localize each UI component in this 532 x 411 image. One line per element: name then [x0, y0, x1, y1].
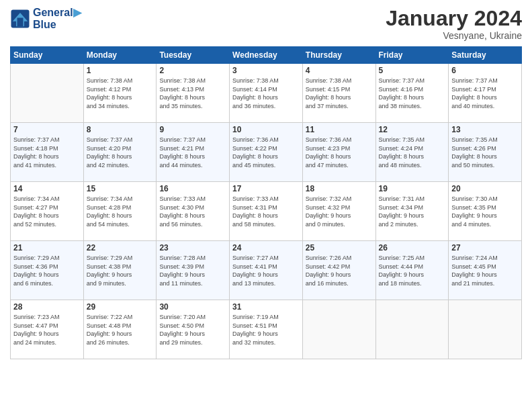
day-cell: 24Sunrise: 7:27 AMSunset: 4:41 PMDayligh… [230, 241, 303, 300]
day-info: Sunrise: 7:30 AMSunset: 4:35 PMDaylight:… [451, 195, 519, 228]
day-cell: 13Sunrise: 7:35 AMSunset: 4:26 PMDayligh… [449, 123, 522, 182]
week-row-1: 1Sunrise: 7:38 AMSunset: 4:12 PMDaylight… [11, 64, 522, 123]
day-info: Sunrise: 7:23 AMSunset: 4:47 PMDaylight:… [13, 313, 81, 347]
day-cell: 28Sunrise: 7:23 AMSunset: 4:47 PMDayligh… [11, 300, 84, 359]
day-number: 10 [232, 125, 300, 134]
title-block: January 2024 Vesnyane, Ukraine [386, 7, 522, 41]
day-info: Sunrise: 7:22 AMSunset: 4:48 PMDaylight:… [87, 313, 154, 347]
day-cell: 17Sunrise: 7:33 AMSunset: 4:31 PMDayligh… [230, 182, 303, 241]
day-number: 8 [87, 125, 154, 134]
day-number: 23 [159, 243, 226, 253]
calendar-container: General▶ Blue January 2024 Vesnyane, Ukr… [0, 0, 532, 366]
week-row-2: 7Sunrise: 7:37 AMSunset: 4:18 PMDaylight… [11, 123, 522, 182]
day-cell: 22Sunrise: 7:29 AMSunset: 4:38 PMDayligh… [83, 241, 157, 300]
day-cell: 18Sunrise: 7:32 AMSunset: 4:32 PMDayligh… [302, 182, 375, 241]
day-info: Sunrise: 7:33 AMSunset: 4:31 PMDaylight:… [232, 195, 300, 228]
day-number: 4 [306, 66, 373, 75]
day-number: 15 [87, 184, 154, 193]
day-info: Sunrise: 7:25 AMSunset: 4:44 PMDaylight:… [379, 254, 446, 287]
day-cell: 31Sunrise: 7:19 AMSunset: 4:51 PMDayligh… [230, 300, 303, 359]
day-cell: 8Sunrise: 7:37 AMSunset: 4:20 PMDaylight… [83, 123, 157, 182]
day-info: Sunrise: 7:38 AMSunset: 4:13 PMDaylight:… [159, 77, 226, 110]
day-cell [11, 64, 84, 123]
day-number: 22 [87, 243, 154, 253]
day-cell: 5Sunrise: 7:37 AMSunset: 4:16 PMDaylight… [375, 64, 449, 123]
day-info: Sunrise: 7:27 AMSunset: 4:41 PMDaylight:… [232, 254, 300, 287]
day-number: 9 [159, 125, 226, 134]
day-number: 12 [379, 125, 446, 134]
day-number: 5 [379, 66, 446, 75]
day-number: 26 [379, 243, 446, 253]
day-number: 21 [13, 243, 81, 253]
day-cell: 20Sunrise: 7:30 AMSunset: 4:35 PMDayligh… [449, 182, 522, 241]
day-info: Sunrise: 7:29 AMSunset: 4:36 PMDaylight:… [13, 254, 81, 287]
day-cell: 26Sunrise: 7:25 AMSunset: 4:44 PMDayligh… [375, 241, 449, 300]
day-number: 20 [451, 184, 519, 193]
day-info: Sunrise: 7:35 AMSunset: 4:26 PMDaylight:… [451, 136, 519, 169]
day-cell: 29Sunrise: 7:22 AMSunset: 4:48 PMDayligh… [83, 300, 157, 359]
day-number: 31 [232, 302, 300, 312]
day-number: 1 [87, 66, 154, 75]
header: General▶ Blue January 2024 Vesnyane, Ukr… [10, 7, 522, 41]
day-cell: 19Sunrise: 7:31 AMSunset: 4:34 PMDayligh… [375, 182, 449, 241]
day-cell: 12Sunrise: 7:35 AMSunset: 4:24 PMDayligh… [375, 123, 449, 182]
week-row-3: 14Sunrise: 7:34 AMSunset: 4:27 PMDayligh… [11, 182, 522, 241]
col-thursday: Thursday [302, 47, 375, 64]
col-friday: Friday [375, 47, 449, 64]
day-info: Sunrise: 7:38 AMSunset: 4:12 PMDaylight:… [87, 77, 154, 110]
day-info: Sunrise: 7:38 AMSunset: 4:15 PMDaylight:… [306, 77, 373, 110]
day-cell: 16Sunrise: 7:33 AMSunset: 4:30 PMDayligh… [157, 182, 230, 241]
day-cell: 23Sunrise: 7:28 AMSunset: 4:39 PMDayligh… [157, 241, 230, 300]
day-number: 14 [13, 184, 81, 193]
day-cell: 10Sunrise: 7:36 AMSunset: 4:22 PMDayligh… [230, 123, 303, 182]
day-number: 27 [451, 243, 519, 253]
day-number: 19 [379, 184, 446, 193]
day-cell: 1Sunrise: 7:38 AMSunset: 4:12 PMDaylight… [83, 64, 157, 123]
day-number: 28 [13, 302, 81, 312]
logo-icon [10, 9, 30, 29]
day-info: Sunrise: 7:36 AMSunset: 4:22 PMDaylight:… [232, 136, 300, 169]
day-number: 24 [232, 243, 300, 253]
day-cell: 9Sunrise: 7:37 AMSunset: 4:21 PMDaylight… [157, 123, 230, 182]
day-info: Sunrise: 7:24 AMSunset: 4:45 PMDaylight:… [451, 254, 519, 287]
col-tuesday: Tuesday [157, 47, 230, 64]
day-number: 18 [306, 184, 373, 193]
day-info: Sunrise: 7:26 AMSunset: 4:42 PMDaylight:… [306, 254, 373, 287]
day-info: Sunrise: 7:37 AMSunset: 4:21 PMDaylight:… [159, 136, 226, 169]
day-cell: 30Sunrise: 7:20 AMSunset: 4:50 PMDayligh… [157, 300, 230, 359]
day-info: Sunrise: 7:38 AMSunset: 4:14 PMDaylight:… [232, 77, 300, 110]
day-cell: 14Sunrise: 7:34 AMSunset: 4:27 PMDayligh… [11, 182, 84, 241]
svg-rect-2 [17, 17, 24, 26]
day-info: Sunrise: 7:37 AMSunset: 4:20 PMDaylight:… [87, 136, 154, 169]
logo-text: General▶ Blue [33, 7, 81, 30]
day-info: Sunrise: 7:35 AMSunset: 4:24 PMDaylight:… [379, 136, 446, 169]
day-number: 3 [232, 66, 300, 75]
col-saturday: Saturday [449, 47, 522, 64]
day-number: 13 [451, 125, 519, 134]
day-info: Sunrise: 7:28 AMSunset: 4:39 PMDaylight:… [159, 254, 226, 287]
day-cell [375, 300, 449, 359]
day-cell: 27Sunrise: 7:24 AMSunset: 4:45 PMDayligh… [449, 241, 522, 300]
day-cell: 4Sunrise: 7:38 AMSunset: 4:15 PMDaylight… [302, 64, 375, 123]
day-info: Sunrise: 7:31 AMSunset: 4:34 PMDaylight:… [379, 195, 446, 228]
day-info: Sunrise: 7:37 AMSunset: 4:18 PMDaylight:… [13, 136, 81, 169]
day-info: Sunrise: 7:37 AMSunset: 4:16 PMDaylight:… [379, 77, 446, 110]
logo: General▶ Blue [10, 7, 81, 30]
day-info: Sunrise: 7:37 AMSunset: 4:17 PMDaylight:… [451, 77, 519, 110]
day-cell: 15Sunrise: 7:34 AMSunset: 4:28 PMDayligh… [83, 182, 157, 241]
header-row: Sunday Monday Tuesday Wednesday Thursday… [11, 47, 522, 64]
day-number: 6 [451, 66, 519, 75]
day-cell: 21Sunrise: 7:29 AMSunset: 4:36 PMDayligh… [11, 241, 84, 300]
day-info: Sunrise: 7:36 AMSunset: 4:23 PMDaylight:… [306, 136, 373, 169]
day-info: Sunrise: 7:29 AMSunset: 4:38 PMDaylight:… [87, 254, 154, 287]
col-wednesday: Wednesday [230, 47, 303, 64]
day-info: Sunrise: 7:32 AMSunset: 4:32 PMDaylight:… [306, 195, 373, 228]
day-cell [302, 300, 375, 359]
day-info: Sunrise: 7:34 AMSunset: 4:28 PMDaylight:… [87, 195, 154, 228]
calendar-table: Sunday Monday Tuesday Wednesday Thursday… [10, 46, 522, 359]
day-number: 2 [159, 66, 226, 75]
col-monday: Monday [83, 47, 157, 64]
day-number: 17 [232, 184, 300, 193]
day-info: Sunrise: 7:19 AMSunset: 4:51 PMDaylight:… [232, 313, 300, 347]
day-cell: 25Sunrise: 7:26 AMSunset: 4:42 PMDayligh… [302, 241, 375, 300]
